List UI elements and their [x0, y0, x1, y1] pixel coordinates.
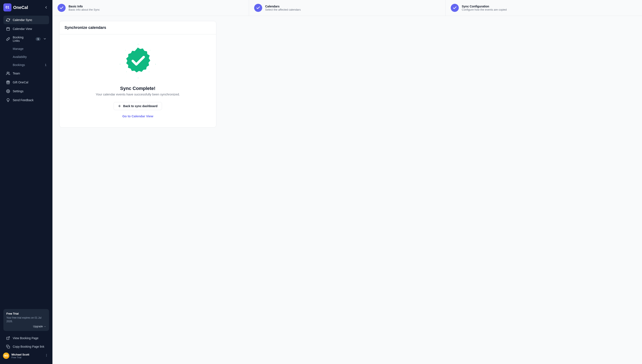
- success-seal-icon: [123, 46, 153, 76]
- nav-label: Settings: [13, 90, 24, 93]
- nav-send-feedback[interactable]: Send Feedback: [4, 96, 49, 104]
- card-header: Synchronize calendars: [60, 21, 216, 34]
- step-desc: Select the affected calendars: [265, 8, 301, 11]
- user-info: Michael Scott Free Trial: [12, 353, 42, 359]
- step-sync-configuration[interactable]: Sync Configuration Configure how the eve…: [446, 0, 642, 16]
- nav-settings[interactable]: Settings: [4, 87, 49, 96]
- sub-label: Manage: [13, 47, 24, 50]
- nav-label: Send Feedback: [13, 98, 34, 102]
- step-title: Calendars: [265, 5, 301, 8]
- back-to-dashboard-button[interactable]: Back to sync dashboard: [114, 102, 162, 110]
- nav-label: Calendar Sync: [13, 18, 32, 22]
- lightbulb-icon: [6, 98, 10, 102]
- sub-bookings[interactable]: Bookings1: [10, 61, 49, 69]
- svg-point-4: [7, 72, 8, 73]
- check-icon: [58, 4, 66, 12]
- logo-mark: 01: [4, 4, 12, 12]
- step-basic-info[interactable]: Basic Info Basic info about the Sync: [53, 0, 249, 16]
- user-name: Michael Scott: [12, 353, 42, 356]
- users-icon: [6, 71, 10, 76]
- trial-title: Free Trial: [6, 312, 46, 315]
- user-menu-button[interactable]: [44, 353, 49, 359]
- step-title: Basic Info: [69, 5, 100, 8]
- logo[interactable]: 01 OneCal: [4, 4, 28, 12]
- go-to-calendar-view-link[interactable]: Go to Calendar View: [122, 114, 153, 118]
- gear-icon: [6, 89, 10, 93]
- svg-line-8: [8, 337, 10, 338]
- external-link-icon: [6, 336, 10, 340]
- svg-rect-0: [7, 28, 10, 30]
- nav-gift[interactable]: Gift OneCal: [4, 78, 49, 86]
- nav-calendar-sync[interactable]: Calendar Sync: [4, 16, 49, 24]
- upgrade-link[interactable]: Upgrade →: [6, 325, 46, 328]
- success-illustration: - ` ` - - . . -: [120, 43, 156, 79]
- svg-point-11: [46, 355, 47, 356]
- badge: 1: [45, 63, 47, 66]
- user-plan: Free Trial: [12, 356, 42, 359]
- nav-label: Booking Links: [13, 36, 31, 42]
- copy-icon: [6, 344, 10, 349]
- svg-rect-9: [8, 346, 10, 348]
- gift-icon: [6, 80, 10, 84]
- stepper: Basic Info Basic info about the Sync Cal…: [53, 0, 642, 16]
- kebab-icon: [45, 354, 48, 357]
- sidebar: 01 OneCal Calendar Sync Calendar View Bo…: [0, 0, 53, 364]
- nav-label: Team: [13, 72, 20, 75]
- content-area: Synchronize calendars - ` ` - - . . -: [53, 16, 642, 132]
- button-label: Back to sync dashboard: [123, 104, 158, 108]
- nav-label: Calendar View: [13, 27, 32, 30]
- check-icon: [451, 4, 459, 12]
- sub-label: Availability: [13, 55, 27, 58]
- view-booking-page[interactable]: View Booking Page: [4, 334, 49, 342]
- primary-nav: Calendar Sync Calendar View Booking Link…: [4, 16, 49, 104]
- badge: 1: [36, 37, 41, 41]
- success-text: Your calendar events have successfully b…: [96, 92, 180, 96]
- collapse-sidebar-button[interactable]: [43, 4, 49, 10]
- card-title: Synchronize calendars: [65, 26, 211, 30]
- nav-label: Copy Booking Page link: [13, 345, 44, 348]
- step-desc: Configure how the events are copied: [462, 8, 507, 11]
- success-title: Sync Complete!: [120, 86, 155, 91]
- calendar-icon: [6, 27, 10, 31]
- chevron-down-icon: [43, 37, 47, 41]
- logo-text: OneCal: [13, 5, 28, 10]
- logo-row: 01 OneCal: [4, 4, 49, 12]
- sub-label: Bookings: [13, 63, 25, 66]
- user-row: MS Michael Scott Free Trial: [3, 351, 49, 360]
- nav-booking-links[interactable]: Booking Links 1: [4, 34, 49, 44]
- step-desc: Basic info about the Sync: [69, 8, 100, 11]
- card-body: - ` ` - - . . - Sync Complete! Your cale…: [60, 34, 216, 127]
- nav-label: View Booking Page: [13, 336, 39, 340]
- check-icon: [254, 4, 262, 12]
- chevron-left-icon: [44, 6, 48, 9]
- trial-card: Free Trial Your free trial expires on 01…: [4, 309, 49, 331]
- booking-links-submenu: Manage Availability Bookings1: [4, 45, 49, 69]
- nav-team[interactable]: Team: [4, 69, 49, 78]
- copy-booking-page-link[interactable]: Copy Booking Page link: [4, 342, 49, 351]
- svg-point-12: [46, 356, 47, 356]
- main-content: Basic Info Basic info about the Sync Cal…: [53, 0, 642, 364]
- sync-icon: [6, 18, 10, 22]
- sync-card: Synchronize calendars - ` ` - - . . -: [59, 21, 216, 128]
- avatar: MS: [3, 352, 9, 359]
- nav-label: Gift OneCal: [13, 80, 28, 84]
- sub-manage[interactable]: Manage: [10, 45, 49, 52]
- svg-point-7: [8, 91, 9, 92]
- step-calendars[interactable]: Calendars Select the affected calendars: [249, 0, 446, 16]
- step-title: Sync Configuration: [462, 5, 507, 8]
- nav-calendar-view[interactable]: Calendar View: [4, 24, 49, 33]
- sub-availability[interactable]: Availability: [10, 53, 49, 61]
- trial-text: Your free trial expires on 01 Jul 2026.: [6, 316, 46, 323]
- arrow-left-icon: [118, 104, 121, 108]
- link-icon: [6, 37, 10, 41]
- svg-point-10: [46, 354, 47, 354]
